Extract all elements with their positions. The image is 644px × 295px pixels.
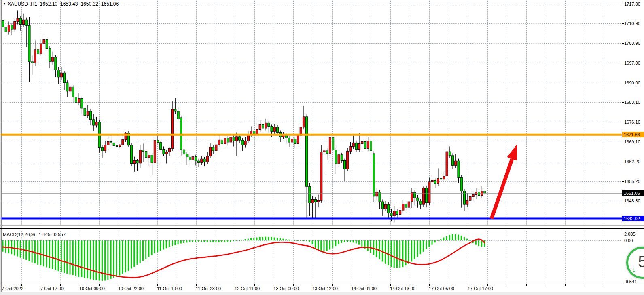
bear-candle <box>189 157 191 160</box>
bear-candle <box>221 140 223 144</box>
bear-candle <box>31 62 33 63</box>
macd-bar <box>390 240 392 267</box>
macd-bar <box>178 240 179 244</box>
bull-candle <box>78 98 80 103</box>
bear-candle <box>55 57 57 70</box>
support-line[interactable] <box>0 217 624 219</box>
bull-candle <box>367 141 369 148</box>
bull-candle <box>422 188 424 204</box>
bull-candle <box>104 145 106 151</box>
bull-candle <box>14 21 16 30</box>
macd-bar <box>189 240 190 242</box>
macd-bar <box>90 240 91 279</box>
bear-candle <box>288 138 290 142</box>
macd-bar <box>265 237 266 240</box>
bull-candle <box>107 142 109 145</box>
bear-candle <box>151 155 153 163</box>
macd-bar <box>443 238 444 240</box>
macd-bar <box>250 238 252 240</box>
bear-candle <box>241 140 244 145</box>
resistance-line[interactable] <box>0 134 624 136</box>
bear-candle <box>183 150 185 154</box>
chart-expander-icon[interactable]: ▼ <box>3 2 6 6</box>
bear-candle <box>157 140 159 143</box>
macd-bar <box>154 240 155 253</box>
macd-bar <box>256 238 257 240</box>
macd-bar <box>326 240 328 251</box>
bear-candle <box>355 143 357 149</box>
price-tick-label: 1697.00 <box>624 60 640 66</box>
down-arrow-icon: ↓ <box>632 265 636 274</box>
bear-candle <box>478 192 480 196</box>
macd-bar <box>140 240 141 263</box>
bear-candle <box>332 137 334 150</box>
bear-candle <box>271 126 273 131</box>
macd-bar <box>137 240 138 265</box>
bull-candle <box>376 192 378 196</box>
macd-bar <box>394 240 395 268</box>
bear-candle <box>195 157 197 161</box>
bear-candle <box>180 118 182 150</box>
time-tick-label: 13 Oct 12:00 <box>312 286 338 291</box>
macd-bar <box>300 240 301 241</box>
bear-candle <box>81 98 83 108</box>
bear-candle <box>239 137 241 140</box>
macd-name: MACD(12,26,9) <box>3 232 35 237</box>
macd-bar <box>84 240 85 278</box>
bear-candle <box>463 191 465 204</box>
macd-bar <box>227 240 228 242</box>
support-price-label: 1642.02 <box>622 216 644 221</box>
bull-candle <box>443 177 445 179</box>
price-tick-label: 1655.20 <box>624 179 640 184</box>
macd-bar <box>72 240 74 275</box>
bear-candle <box>203 159 205 162</box>
bull-candle <box>247 135 249 141</box>
macd-bar <box>388 240 389 266</box>
bear-candle <box>160 143 162 150</box>
macd-bar <box>417 240 418 257</box>
bear-candle <box>484 191 486 193</box>
price-tick-label: 1703.90 <box>624 40 640 46</box>
bull-candle <box>446 152 448 176</box>
macd-bar <box>481 240 482 247</box>
bear-candle <box>84 108 86 116</box>
macd-bar <box>230 240 231 242</box>
macd-bar <box>104 240 106 281</box>
macd-bar <box>286 239 287 240</box>
macd-bar <box>277 238 278 240</box>
macd-bar <box>253 238 254 240</box>
macd-bar <box>309 240 310 242</box>
macd-bar <box>133 240 135 267</box>
macd-bar <box>52 240 53 269</box>
macd-bar <box>201 240 202 242</box>
macd-bar <box>110 240 112 279</box>
macd-bar <box>432 240 433 245</box>
macd-bar <box>180 240 182 243</box>
macd-bar <box>113 240 114 278</box>
bull-candle <box>168 148 170 152</box>
bear-candle <box>417 198 419 201</box>
time-tick-label: 14 Oct 13:00 <box>390 286 415 291</box>
macd-bar <box>399 240 400 268</box>
macd-bar <box>142 240 144 261</box>
macd-bar <box>186 240 187 242</box>
macd-bar <box>423 240 424 252</box>
macd-bar <box>131 240 132 269</box>
bear-candle <box>63 73 65 83</box>
bull-candle <box>218 140 220 145</box>
macd-axis-label: 0.00 <box>624 238 633 243</box>
bear-candle <box>388 204 390 213</box>
bull-candle <box>139 150 141 163</box>
candle-wicks <box>3 10 485 221</box>
bear-candle <box>89 111 91 120</box>
chart-canvas[interactable] <box>0 0 644 295</box>
bear-candle <box>163 149 165 154</box>
price-tick-label: 1676.10 <box>624 119 640 125</box>
macd-bar <box>125 240 126 272</box>
macd-bar <box>361 240 362 247</box>
bull-candle <box>87 111 89 116</box>
candles <box>2 18 486 216</box>
macd-bar <box>323 240 324 252</box>
macd-bar <box>449 235 450 240</box>
bull-candle <box>469 196 471 200</box>
